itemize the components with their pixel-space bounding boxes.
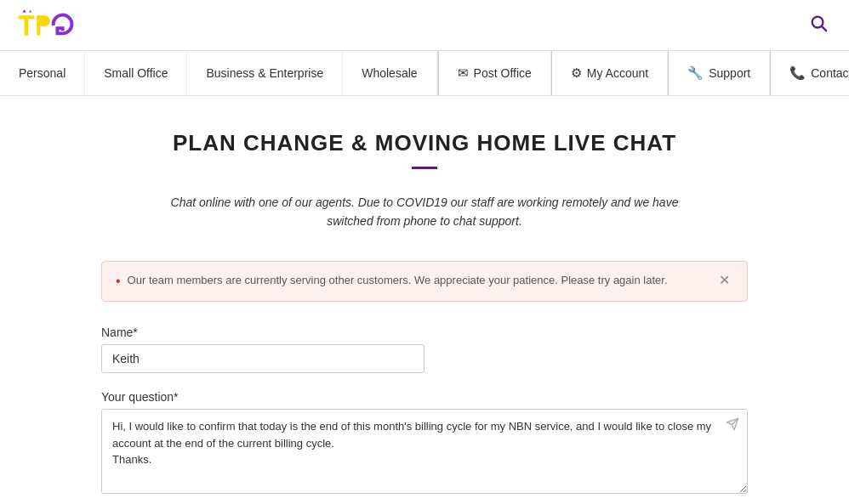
nav-small-office[interactable]: Small Office: [85, 51, 187, 95]
textarea-wrapper: [101, 409, 748, 497]
name-input[interactable]: [101, 344, 424, 373]
gear-icon: ⚙: [571, 65, 582, 81]
nav-business[interactable]: Business & Enterprise: [187, 51, 343, 95]
name-field-group: Name*: [101, 326, 748, 373]
alert-content: • Our team members are currently serving…: [116, 272, 715, 291]
wrench-icon: 🔧: [687, 65, 704, 81]
nav-support[interactable]: 🔧 Support: [668, 51, 770, 95]
main-nav: Personal Small Office Business & Enterpr…: [0, 51, 849, 96]
question-textarea[interactable]: [101, 409, 748, 494]
alert-bullet-icon: •: [116, 272, 121, 291]
svg-rect-1: [25, 15, 29, 35]
nav-personal[interactable]: Personal: [0, 51, 85, 95]
svg-line-6: [822, 26, 826, 31]
mail-icon: ✉: [458, 65, 469, 81]
phone-icon: 📞: [789, 65, 806, 81]
svg-marker-4: [22, 9, 26, 12]
nav-wholesale[interactable]: Wholesale: [343, 51, 436, 95]
page-subtitle: Chat online with one of our agents. Due …: [152, 193, 697, 231]
alert-box: • Our team members are currently serving…: [101, 261, 748, 302]
question-label: Your question*: [101, 390, 748, 404]
main-content: PLAN CHANGE & MOVING HOME LIVE CHAT Chat…: [84, 96, 765, 504]
svg-marker-3: [29, 10, 31, 12]
name-label: Name*: [101, 326, 748, 339]
logo[interactable]: [17, 8, 77, 43]
header: [0, 0, 849, 51]
alert-message: Our team members are currently serving o…: [128, 272, 668, 289]
search-icon[interactable]: [805, 9, 832, 42]
page-title: PLAN CHANGE & MOVING HOME LIVE CHAT: [101, 130, 748, 156]
title-divider: [412, 167, 437, 169]
question-field-group: Your question*: [101, 390, 748, 497]
alert-close-button[interactable]: ✕: [715, 272, 733, 288]
nav-contact[interactable]: 📞 Contact: [770, 51, 849, 95]
nav-my-account[interactable]: ⚙ My Account: [551, 51, 668, 95]
nav-post-office[interactable]: ✉ Post Office: [438, 51, 551, 95]
